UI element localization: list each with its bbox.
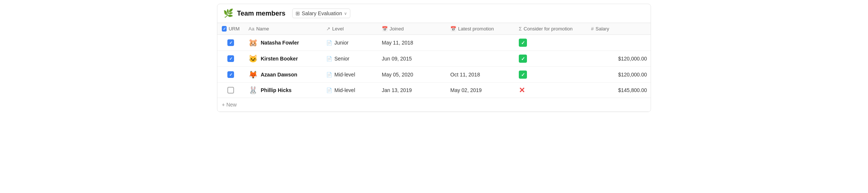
row-1-joined-cell: Jun 09, 2015 bbox=[377, 51, 446, 67]
row-0-name-cell: 🐹Natasha Fowler bbox=[244, 35, 322, 51]
add-new-button[interactable]: + New bbox=[222, 102, 647, 108]
row-1-avatar: 🐱 bbox=[248, 55, 258, 62]
col-header-consider[interactable]: Σ Consider for promotion bbox=[514, 23, 587, 35]
row-3-joined-cell: Jan 13, 2019 bbox=[377, 83, 446, 98]
row-2-checkbox[interactable] bbox=[227, 71, 234, 78]
row-3-level-cell: 📄Mid-level bbox=[322, 83, 377, 98]
col-urm-label: URM bbox=[228, 26, 240, 32]
table-row: 🐱Kirsten Booker📄SeniorJun 09, 2015✓$120,… bbox=[217, 51, 651, 67]
col-header-latest-promotion[interactable]: 📅 Latest promotion bbox=[446, 23, 514, 35]
row-2-name: Azaan Dawson bbox=[261, 72, 297, 78]
col-header-joined[interactable]: 📅 Joined bbox=[377, 23, 446, 35]
data-table: ✓ URM Aa Name ↗ Level bbox=[217, 23, 651, 112]
col-promotion-label: Latest promotion bbox=[458, 26, 494, 32]
row-1-level-cell: 📄Senior bbox=[322, 51, 377, 67]
row-0-consider-cell: ✓ bbox=[514, 35, 587, 50]
row-3-level: Mid-level bbox=[334, 87, 355, 93]
row-0-name: Natasha Fowler bbox=[261, 40, 299, 46]
row-2-salary-cell: $120,000.00 bbox=[587, 67, 651, 83]
row-0-level-icon: 📄 bbox=[326, 40, 332, 46]
row-3-avatar: 🐰 bbox=[248, 86, 258, 94]
row-0-joined-cell: May 11, 2018 bbox=[377, 35, 446, 51]
col-joined-label: Joined bbox=[390, 26, 404, 32]
logo-icon: 🌿 bbox=[223, 9, 233, 17]
table-row: 🐰Phillip Hicks📄Mid-levelJan 13, 2019May … bbox=[217, 83, 651, 98]
col-consider-icon: Σ bbox=[519, 26, 522, 32]
row-1-checkbox-cell bbox=[217, 51, 244, 67]
row-1-level: Senior bbox=[334, 56, 349, 62]
col-name-label: Name bbox=[256, 26, 269, 32]
row-2-checkbox-cell bbox=[217, 67, 244, 83]
row-1-salary: $120,000.00 bbox=[618, 56, 647, 62]
row-3-salary: $145,800.00 bbox=[618, 87, 647, 93]
header: 🌿 Team members ⊞ Salary Evaluation ∨ bbox=[217, 4, 651, 23]
col-header-name[interactable]: Aa Name bbox=[244, 23, 322, 35]
row-2-joined: May 05, 2020 bbox=[382, 72, 413, 78]
col-promotion-icon: 📅 bbox=[450, 26, 456, 32]
app-container: 🌿 Team members ⊞ Salary Evaluation ∨ ✓ U… bbox=[217, 4, 651, 112]
row-1-consider-cell: ✓ bbox=[514, 51, 587, 66]
row-1-level-icon: 📄 bbox=[326, 56, 332, 62]
row-1-promotion-cell bbox=[446, 51, 514, 67]
add-new-row[interactable]: + New bbox=[217, 98, 651, 112]
col-joined-icon: 📅 bbox=[382, 26, 388, 32]
row-2-level-cell: 📄Mid-level bbox=[322, 67, 377, 83]
table-header-row: ✓ URM Aa Name ↗ Level bbox=[217, 23, 651, 35]
row-0-promotion-cell bbox=[446, 35, 514, 51]
chevron-down-icon: ∨ bbox=[344, 11, 347, 16]
row-2-level: Mid-level bbox=[334, 72, 355, 78]
row-2-consider-check: ✓ bbox=[519, 71, 527, 79]
row-0-checkbox-cell bbox=[217, 35, 244, 51]
table-row: 🦊Azaan Dawson📄Mid-levelMay 05, 2020Oct 1… bbox=[217, 67, 651, 83]
row-1-name: Kirsten Booker bbox=[261, 56, 298, 62]
row-3-consider-cell: ✕ bbox=[514, 83, 587, 98]
row-2-promotion: Oct 11, 2018 bbox=[450, 72, 480, 78]
grid-view-icon: ⊞ bbox=[296, 10, 300, 16]
col-consider-label: Consider for promotion bbox=[524, 26, 572, 32]
row-0-salary-cell bbox=[587, 35, 651, 51]
row-2-joined-cell: May 05, 2020 bbox=[377, 67, 446, 83]
row-0-level-cell: 📄Junior bbox=[322, 35, 377, 51]
row-2-avatar: 🦊 bbox=[248, 71, 258, 78]
row-3-consider-x: ✕ bbox=[519, 86, 525, 94]
row-0-checkbox[interactable] bbox=[227, 39, 234, 46]
view-selector-button[interactable]: ⊞ Salary Evaluation ∨ bbox=[292, 9, 350, 18]
header-checkbox[interactable]: ✓ bbox=[222, 26, 227, 32]
col-salary-label: Salary bbox=[595, 26, 609, 32]
col-level-icon: ↗ bbox=[326, 26, 330, 32]
view-selector-label: Salary Evaluation bbox=[302, 10, 342, 16]
row-3-checkbox[interactable] bbox=[227, 87, 234, 94]
row-0-consider-check: ✓ bbox=[519, 39, 527, 47]
row-3-promotion-cell: May 02, 2019 bbox=[446, 83, 514, 98]
col-salary-icon: # bbox=[591, 26, 594, 32]
plus-icon: + bbox=[222, 102, 225, 108]
row-2-salary: $120,000.00 bbox=[618, 72, 647, 78]
row-3-name: Phillip Hicks bbox=[261, 87, 291, 93]
row-0-level: Junior bbox=[334, 40, 348, 46]
row-2-consider-cell: ✓ bbox=[514, 67, 587, 82]
table-wrapper: ✓ URM Aa Name ↗ Level bbox=[217, 23, 651, 112]
table-row: 🐹Natasha Fowler📄JuniorMay 11, 2018✓ bbox=[217, 35, 651, 51]
row-0-avatar: 🐹 bbox=[248, 39, 258, 46]
row-1-checkbox[interactable] bbox=[227, 55, 234, 62]
col-header-level[interactable]: ↗ Level bbox=[322, 23, 377, 35]
col-name-icon: Aa bbox=[248, 26, 254, 32]
row-3-checkbox-cell bbox=[217, 83, 244, 98]
row-0-joined: May 11, 2018 bbox=[382, 40, 413, 46]
row-1-consider-check: ✓ bbox=[519, 55, 527, 63]
col-level-label: Level bbox=[332, 26, 344, 32]
row-3-salary-cell: $145,800.00 bbox=[587, 83, 651, 98]
row-3-name-cell: 🐰Phillip Hicks bbox=[244, 83, 322, 98]
row-3-promotion: May 02, 2019 bbox=[450, 87, 482, 93]
add-new-label: New bbox=[226, 102, 237, 108]
row-3-joined: Jan 13, 2019 bbox=[382, 87, 412, 93]
page-title: Team members bbox=[237, 10, 286, 17]
row-2-level-icon: 📄 bbox=[326, 72, 332, 78]
row-2-name-cell: 🦊Azaan Dawson bbox=[244, 67, 322, 83]
col-header-salary[interactable]: # Salary bbox=[587, 23, 651, 35]
row-1-name-cell: 🐱Kirsten Booker bbox=[244, 51, 322, 67]
row-2-promotion-cell: Oct 11, 2018 bbox=[446, 67, 514, 83]
col-header-urm[interactable]: ✓ URM bbox=[217, 23, 244, 35]
row-3-level-icon: 📄 bbox=[326, 88, 332, 93]
add-new-cell: + New bbox=[217, 98, 651, 112]
